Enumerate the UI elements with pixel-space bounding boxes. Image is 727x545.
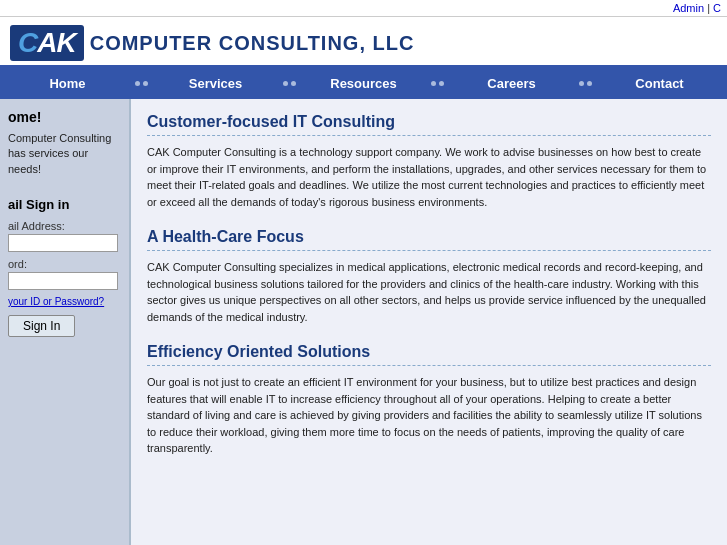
nav-sep-2 — [283, 81, 296, 86]
email-input[interactable] — [8, 234, 118, 252]
section-text-3: Our goal is not just to create an effici… — [147, 374, 711, 457]
admin-link[interactable]: Admin — [673, 2, 704, 14]
content-section-3: Efficiency Oriented Solutions Our goal i… — [147, 343, 711, 457]
section-title-2: A Health-Care Focus — [147, 228, 711, 246]
nav-item-resources[interactable]: Resources — [296, 67, 431, 99]
section-title-3: Efficiency Oriented Solutions — [147, 343, 711, 361]
password-input[interactable] — [8, 272, 118, 290]
sidebar-intro: Computer Consulting has services our nee… — [8, 131, 121, 177]
content-section-1: Customer-focused IT Consulting CAK Compu… — [147, 113, 711, 210]
signin-section: ail Sign in ail Address: ord: your ID or… — [8, 197, 121, 337]
section-text-1: CAK Computer Consulting is a technology … — [147, 144, 711, 210]
nav-dot — [283, 81, 288, 86]
main-layout: ome! Computer Consulting has services ou… — [0, 99, 727, 545]
logo-text: Computer Consulting, LLC — [90, 32, 415, 55]
sidebar: ome! Computer Consulting has services ou… — [0, 99, 130, 545]
nav-dot — [431, 81, 436, 86]
main-content: Customer-focused IT Consulting CAK Compu… — [130, 99, 727, 545]
nav-sep-4 — [579, 81, 592, 86]
section-divider-2 — [147, 250, 711, 251]
section-title-1: Customer-focused IT Consulting — [147, 113, 711, 131]
admin-second-link[interactable]: C — [713, 2, 721, 14]
logo-box: CAK Computer Consulting, LLC — [10, 25, 414, 61]
section-divider-1 — [147, 135, 711, 136]
sidebar-welcome: ome! — [8, 109, 121, 125]
nav-sep-3 — [431, 81, 444, 86]
header: CAK Computer Consulting, LLC — [0, 17, 727, 67]
main-nav: Home Services Resources Careers Contact — [0, 67, 727, 99]
nav-dot — [135, 81, 140, 86]
admin-bar: Admin | C — [0, 0, 727, 17]
nav-item-careers[interactable]: Careers — [444, 67, 579, 99]
nav-item-home[interactable]: Home — [0, 67, 135, 99]
signin-title: ail Sign in — [8, 197, 121, 212]
section-text-2: CAK Computer Consulting specializes in m… — [147, 259, 711, 325]
content-section-2: A Health-Care Focus CAK Computer Consult… — [147, 228, 711, 325]
nav-item-contact[interactable]: Contact — [592, 67, 727, 99]
nav-dot — [579, 81, 584, 86]
logo-c: C — [18, 27, 37, 58]
logo-cak: CAK — [10, 25, 84, 61]
forgot-password-link[interactable]: your ID or Password? — [8, 296, 121, 307]
nav-sep-1 — [135, 81, 148, 86]
nav-item-services[interactable]: Services — [148, 67, 283, 99]
email-label: ail Address: — [8, 220, 121, 232]
section-divider-3 — [147, 365, 711, 366]
password-label: ord: — [8, 258, 121, 270]
signin-button[interactable]: Sign In — [8, 315, 75, 337]
